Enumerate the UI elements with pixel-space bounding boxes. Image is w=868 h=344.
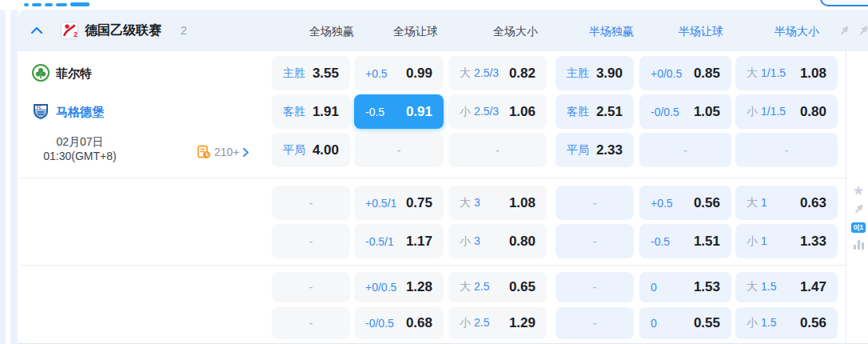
odds-value: 2.33 bbox=[596, 142, 623, 158]
odds-value: 3.55 bbox=[313, 66, 339, 82]
odds-cell[interactable]: 小2.51.29 bbox=[448, 307, 547, 339]
clipped-tab-chip[interactable] bbox=[820, 0, 868, 6]
league-header: 2 德国乙级联赛 2 全场独赢 全场让球 全场大小 半场独赢 半场让球 半场大小 bbox=[18, 10, 868, 51]
odds-cell[interactable]: 大10.63 bbox=[735, 186, 838, 220]
odds-value: 0.91 bbox=[406, 104, 432, 120]
odds-value: 1.47 bbox=[800, 279, 826, 295]
odds-cell[interactable]: 主胜3.90 bbox=[555, 56, 634, 90]
odds-label: 0 bbox=[651, 317, 657, 330]
pin-icon[interactable] bbox=[838, 25, 850, 38]
odds-cell[interactable]: 主胜3.55 bbox=[272, 56, 350, 90]
over-under-prefix: 小 bbox=[460, 105, 471, 118]
odds-label: 大1.5 bbox=[747, 280, 776, 294]
pin-glyph bbox=[852, 203, 865, 216]
odds-cell[interactable]: 小11.33 bbox=[735, 224, 838, 258]
left-rail bbox=[0, 10, 6, 344]
odds-cell[interactable]: -0/0.50.68 bbox=[354, 307, 444, 339]
odds-label: 客胜 bbox=[283, 105, 305, 119]
clipped-header-text bbox=[32, 3, 42, 6]
over-under-prefix: 小 bbox=[460, 234, 471, 247]
column-header-ht-handicap: 半场让球 bbox=[657, 25, 745, 39]
match-datetime: 02月07日 01:30(GMT+8) bbox=[24, 134, 136, 163]
odds-cell-empty: - bbox=[555, 307, 634, 339]
odds-cell[interactable]: 小30.80 bbox=[448, 224, 547, 258]
odds-cell[interactable]: 01.53 bbox=[639, 272, 731, 302]
over-under-prefix: 小 bbox=[747, 234, 758, 247]
odds-cell[interactable]: 大1/1.51.08 bbox=[735, 56, 838, 90]
chevron-right-icon bbox=[242, 147, 249, 158]
odds-cell[interactable]: 大31.08 bbox=[448, 186, 547, 220]
odds-cell[interactable]: 小1.50.56 bbox=[735, 307, 838, 339]
odds-cell-empty: - bbox=[272, 307, 350, 339]
pin-icon[interactable] bbox=[857, 25, 868, 38]
star-glyph: ★ bbox=[852, 184, 864, 198]
empty-odds-dash: - bbox=[593, 235, 597, 248]
gutter-divider bbox=[846, 51, 846, 343]
odds-label: 主胜 bbox=[567, 66, 589, 81]
odds-cell[interactable]: +0.5/10.75 bbox=[354, 186, 444, 220]
odds-cell[interactable]: 平局4.00 bbox=[272, 133, 350, 167]
odds-cell[interactable]: 客胜2.51 bbox=[555, 94, 634, 129]
odds-label: -0.5/1 bbox=[365, 235, 394, 248]
odds-cell[interactable]: 平局2.33 bbox=[555, 133, 634, 167]
column-header-ft-handicap: 全场让球 bbox=[372, 25, 460, 39]
odds-cell-empty: - bbox=[735, 133, 838, 167]
odds-value: 1.91 bbox=[313, 104, 339, 120]
more-markets-link[interactable]: 210+ bbox=[197, 144, 249, 160]
odds-cell[interactable]: -0.50.91 bbox=[354, 94, 444, 129]
odds-value: 0.68 bbox=[406, 315, 432, 331]
odds-cell-empty: - bbox=[272, 186, 350, 220]
column-header-ft-ou: 全场大小 bbox=[472, 25, 559, 39]
odds-label: -0.5 bbox=[365, 106, 384, 118]
odds-value: 1.17 bbox=[406, 234, 432, 250]
odds-label: -0/0.5 bbox=[651, 106, 679, 118]
stats-chart-icon[interactable] bbox=[849, 237, 868, 253]
odds-cell[interactable]: 客胜1.91 bbox=[272, 94, 350, 129]
home-team-logo-icon bbox=[32, 64, 50, 82]
odds-label: 平局 bbox=[567, 143, 589, 158]
odds-label: 平局 bbox=[283, 143, 305, 158]
empty-odds-dash: - bbox=[593, 197, 597, 210]
over-under-prefix: 大 bbox=[747, 66, 758, 79]
odds-label: 客胜 bbox=[567, 105, 589, 119]
markets-count: 210+ bbox=[214, 146, 240, 158]
odds-cell[interactable]: +0.50.99 bbox=[354, 56, 444, 90]
odds-cell[interactable]: +0/0.50.85 bbox=[639, 56, 731, 90]
odds-cell[interactable]: 小2.5/31.06 bbox=[448, 94, 547, 129]
odds-value: 1.08 bbox=[800, 66, 826, 82]
favorite-star-icon[interactable]: ★ bbox=[849, 182, 868, 198]
odds-value: 1.06 bbox=[509, 104, 536, 120]
pin-icon[interactable] bbox=[849, 202, 868, 218]
odds-value: 0.80 bbox=[800, 104, 826, 120]
odds-cell-empty: - bbox=[555, 272, 634, 302]
odds-cell[interactable]: +0/0.51.28 bbox=[354, 272, 444, 302]
away-team-name[interactable]: 马格德堡 bbox=[56, 102, 104, 120]
over-under-prefix: 小 bbox=[747, 105, 758, 118]
odds-cell[interactable]: -0.51.51 bbox=[639, 224, 731, 258]
odds-cell[interactable]: -0.5/11.17 bbox=[354, 224, 444, 258]
odds-label: 大2.5/3 bbox=[460, 66, 499, 81]
odds-cell[interactable]: 大1.51.47 bbox=[735, 272, 838, 302]
odds-cell[interactable]: 大2.5/30.82 bbox=[448, 56, 547, 90]
odds-cell[interactable]: -0/0.51.05 bbox=[639, 94, 731, 129]
collapse-chevron-up-icon[interactable] bbox=[30, 26, 43, 34]
odds-cell[interactable]: +0.50.56 bbox=[639, 186, 731, 220]
over-under-prefix: 大 bbox=[747, 196, 758, 209]
odds-value: 0.75 bbox=[406, 195, 432, 211]
odds-label: 小2.5/3 bbox=[460, 105, 499, 119]
empty-odds-dash: - bbox=[309, 317, 313, 330]
odds-value: 2.51 bbox=[596, 104, 623, 120]
odds-value: 0.82 bbox=[509, 66, 536, 82]
odds-cell[interactable]: 00.55 bbox=[639, 307, 731, 339]
odds-cell[interactable]: 小1/1.50.80 bbox=[735, 94, 838, 129]
odds-value: 1.53 bbox=[694, 279, 720, 295]
odds-cell[interactable]: 大2.50.65 bbox=[448, 272, 547, 302]
score-badge[interactable]: 0|1 bbox=[849, 219, 868, 235]
odds-screen: 2 德国乙级联赛 2 全场独赢 全场让球 全场大小 半场独赢 半场让球 半场大小 bbox=[0, 0, 868, 344]
away-team-logo-icon: FC bbox=[32, 102, 50, 120]
odds-value: 4.00 bbox=[313, 142, 339, 158]
column-header-ft-1x2: 全场独赢 bbox=[288, 25, 376, 39]
home-team-name[interactable]: 菲尔特 bbox=[56, 64, 92, 82]
odds-label: +0.5/1 bbox=[365, 197, 396, 210]
over-under-prefix: 大 bbox=[460, 280, 471, 293]
